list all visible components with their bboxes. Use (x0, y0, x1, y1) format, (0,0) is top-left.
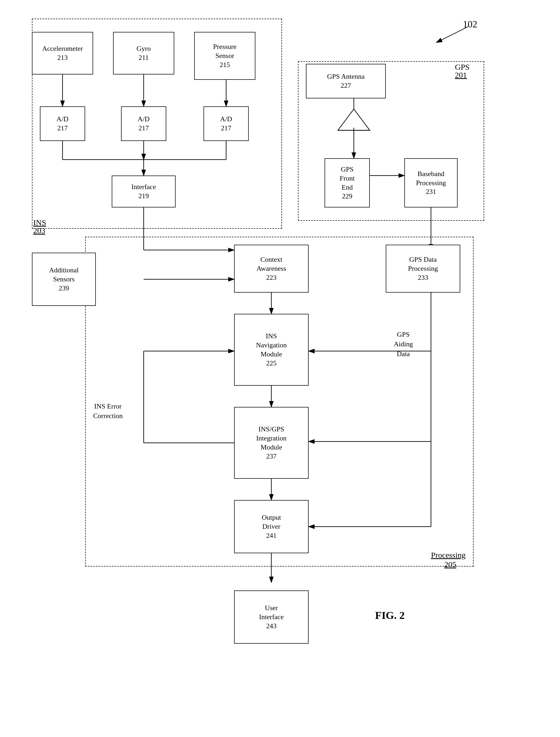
ad3-label: A/D217 (220, 115, 232, 133)
ins-label: INS (33, 218, 46, 227)
user-interface-label: UserInterface243 (259, 603, 284, 630)
baseband-box: BasebandProcessing231 (404, 158, 458, 208)
gyro-box: Gyro 211 (113, 32, 174, 75)
user-interface-box: UserInterface243 (234, 590, 309, 644)
accelerometer-label: Accelerometer 213 (42, 44, 83, 62)
interface-box: Interface219 (112, 176, 176, 208)
output-driver-box: OutputDriver241 (234, 500, 309, 553)
ins-error-label: INS ErrorCorrection (93, 401, 123, 421)
gps-number: 201 (455, 71, 467, 80)
gps-aiding-label: GPSAidingData (394, 330, 413, 359)
ad2-label: A/D217 (138, 115, 150, 133)
fig-label: FIG. 2 (375, 609, 405, 622)
gps-antenna-box: GPS Antenna227 (306, 64, 386, 98)
output-driver-label: OutputDriver241 (262, 513, 281, 540)
ad1-label: A/D217 (57, 115, 69, 133)
ins-gps-box: INS/GPSIntegrationModule237 (234, 407, 309, 479)
additional-sensors-label: AdditionalSensors239 (49, 266, 78, 293)
ins-gps-label: INS/GPSIntegrationModule237 (256, 425, 287, 461)
ad2-box: A/D217 (121, 106, 166, 141)
ref-number: 102 (463, 19, 477, 30)
context-awareness-box: ContextAwareness223 (234, 245, 309, 293)
processing-number: 205 (444, 560, 456, 569)
gps-front-end-box: GPSFrontEnd229 (325, 158, 370, 208)
ins-nav-box: INSNavigationModule225 (234, 314, 309, 385)
ad3-box: A/D217 (204, 106, 249, 141)
baseband-label: BasebandProcessing231 (416, 169, 446, 196)
context-awareness-label: ContextAwareness223 (256, 255, 286, 282)
additional-sensors-box: AdditionalSensors239 (32, 253, 96, 306)
diagram-container: INS 203 GPS 201 Processing 205 Accelerom… (16, 11, 543, 729)
processing-label: Processing (431, 550, 466, 560)
gps-label: GPS (455, 63, 470, 72)
accelerometer-box: Accelerometer 213 (32, 32, 93, 75)
gps-antenna-label: GPS Antenna227 (327, 72, 365, 90)
pressure-sensor-label: Pressure Sensor 215 (213, 42, 237, 69)
ins-number: 203 (33, 226, 45, 235)
pressure-sensor-box: Pressure Sensor 215 (194, 32, 255, 80)
interface-label: Interface219 (131, 183, 156, 201)
gyro-label: Gyro 211 (136, 44, 151, 62)
gps-data-processing-label: GPS DataProcessing233 (408, 255, 438, 282)
ins-nav-label: INSNavigationModule225 (256, 332, 287, 368)
gps-front-end-label: GPSFrontEnd229 (340, 165, 355, 201)
gps-data-processing-box: GPS DataProcessing233 (386, 245, 460, 293)
ad1-box: A/D217 (40, 106, 85, 141)
